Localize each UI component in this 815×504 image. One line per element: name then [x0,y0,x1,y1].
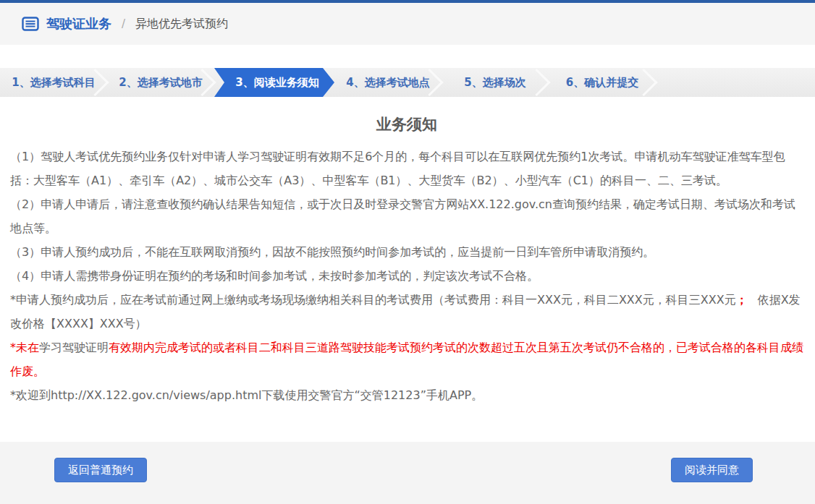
notice-paragraph-2: （2）申请人申请后，请注意查收预约确认结果告知短信，或于次日及时登录交警官方网站… [10,192,803,240]
read-and-agree-button[interactable]: 阅读并同意 [671,458,753,482]
warning-note-gray: 学习驾驶证明 [39,341,109,354]
notice-paragraph-4: （4）申请人需携带身份证明在预约的考场和时间参加考试，未按时参加考试的，判定该次… [10,264,803,288]
notice-content: 业务须知 （1）驾驶人考试优先预约业务仅针对申请人学习驾驶证明有效期不足6个月的… [0,116,815,407]
step-tab-1: 1、选择考试科目 [0,68,107,97]
warning-note-red: 有效期内完成考试的或者科目二和科目三道路驾驶技能考试预约考试的次数超过五次且第五… [10,341,803,378]
fee-note-semicolon: ； [736,293,748,307]
step-tab-2: 2、选择考试地市 [107,68,214,97]
app-note: *欢迎到http://XX.122.gov.cn/views/app.html下… [10,383,803,407]
warning-note-prefix: *未在 [10,341,39,354]
step-tab-3-active: 3、阅读业务须知 [214,68,334,97]
page-title: 业务须知 [10,116,803,134]
step-tab-5: 5、选择场次 [442,68,549,97]
back-to-normal-booking-button[interactable]: 返回普通预约 [54,458,147,482]
notice-paragraph-3: （3）申请人预约成功后，不能在互联网取消预约，因故不能按照预约时间参加考试的，应… [10,240,803,264]
step-label: 3、阅读业务须知 [235,76,318,90]
step-label: 4、选择考试地点 [346,76,429,90]
step-tab-4: 4、选择考试地点 [334,68,442,97]
fee-note-text: *申请人预约成功后，应在考试前通过网上缴纳或考场现场缴纳相关科目的考试费用（考试… [10,293,736,307]
notice-paragraphs: （1）驾驶人考试优先预约业务仅针对申请人学习驾驶证明有效期不足6个月的，每个科目… [10,145,803,288]
breadcrumb-root[interactable]: 驾驶证业务 [46,15,111,33]
step-label: 6、确认并提交 [566,76,638,90]
footer-bar: 返回普通预约 阅读并同意 [0,442,815,504]
breadcrumb-current: 异地优先考试预约 [135,17,228,32]
step-label: 2、选择考试地市 [119,76,202,90]
step-tab-6: 6、确认并提交 [549,68,656,97]
header: 驾驶证业务 / 异地优先考试预约 [0,3,815,45]
warning-note: *未在学习驾驶证明有效期内完成考试的或者科目二和科目三道路驾驶技能考试预约考试的… [10,336,803,383]
notice-paragraph-1: （1）驾驶人考试优先预约业务仅针对申请人学习驾驶证明有效期不足6个月的，每个科目… [10,145,803,192]
breadcrumb-separator: / [122,17,125,30]
list-icon [22,17,39,31]
step-bar: 1、选择考试科目 2、选择考试地市 3、阅读业务须知 4、选择考试地点 5、选择… [0,68,815,97]
step-label: 5、选择场次 [464,76,525,90]
fee-note: *申请人预约成功后，应在考试前通过网上缴纳或考场现场缴纳相关科目的考试费用（考试… [10,288,803,336]
step-label: 1、选择考试科目 [12,76,95,90]
step-bar-filler [656,68,815,97]
